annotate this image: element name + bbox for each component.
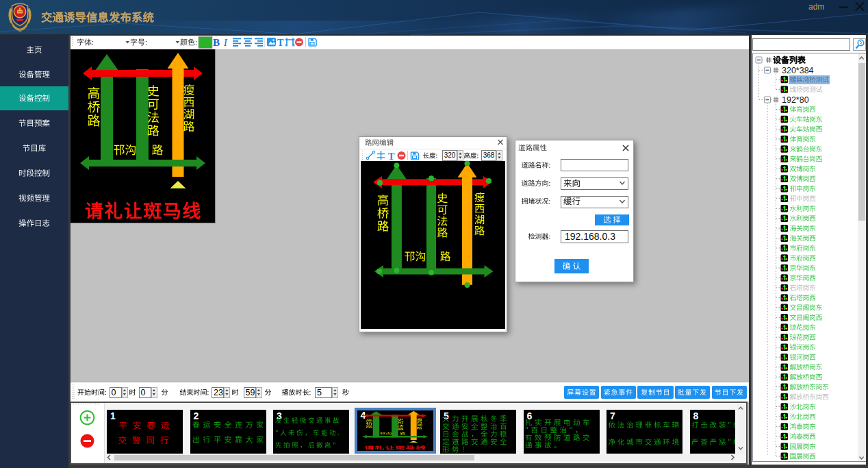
svg-text:T: T [277, 38, 284, 48]
svg-text:T: T [388, 151, 395, 162]
svg-text:B: B [213, 37, 220, 48]
svg-text:I: I [223, 38, 228, 48]
